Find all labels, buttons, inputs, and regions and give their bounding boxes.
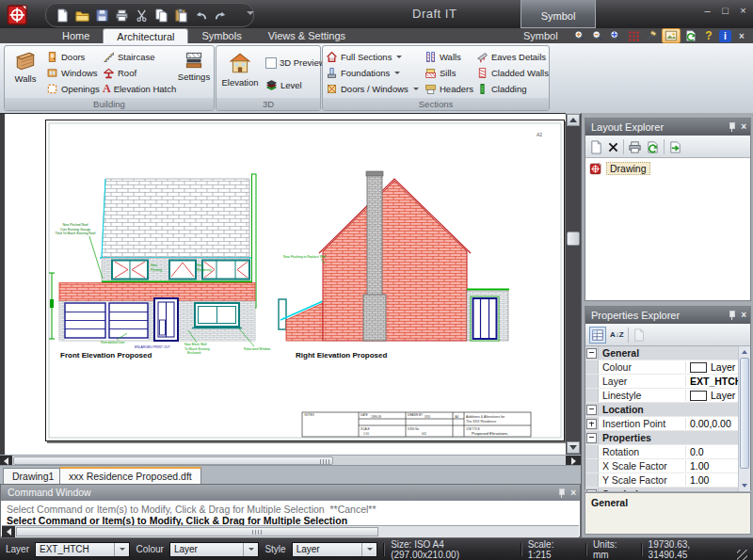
walls-section-button[interactable]: Walls xyxy=(425,50,461,64)
close-button[interactable]: × xyxy=(735,4,751,18)
new-layout-icon[interactable] xyxy=(589,138,603,155)
snap-icon[interactable] xyxy=(644,29,659,42)
undo-icon[interactable] xyxy=(192,7,209,24)
print-icon[interactable] xyxy=(113,7,130,24)
context-tab-symbol[interactable]: Symbol xyxy=(521,0,596,28)
cladding-button[interactable]: Cladding xyxy=(476,82,527,96)
layer-dropdown[interactable]: EXT_HTCH xyxy=(35,542,130,557)
pin-icon[interactable] xyxy=(728,311,736,321)
help-icon[interactable]: ? xyxy=(701,29,716,42)
resize-grip[interactable] xyxy=(737,550,747,560)
properties-explorer-panel: Properties Explorer × A↓Z General Colour… xyxy=(585,306,751,490)
command-window-titlebar[interactable]: Command Window × xyxy=(1,485,580,501)
close-icon[interactable]: × xyxy=(570,485,576,502)
property-row[interactable]: X Scale Factor1.00 xyxy=(585,459,750,473)
print-layout-icon[interactable] xyxy=(628,138,642,155)
close-icon[interactable]: × xyxy=(741,307,746,324)
app-logo-icon[interactable] xyxy=(6,2,30,30)
paste-icon[interactable] xyxy=(172,7,189,24)
close-ribbon-icon[interactable]: × xyxy=(734,29,749,42)
scroll-down-button[interactable] xyxy=(567,441,580,454)
regenerate-icon[interactable] xyxy=(683,29,698,42)
copy-icon[interactable] xyxy=(152,7,169,24)
pin-icon[interactable] xyxy=(728,122,736,133)
save-icon[interactable] xyxy=(93,7,110,24)
category-row[interactable]: Location xyxy=(585,403,750,417)
dropdown-icon xyxy=(367,548,373,551)
scroll-up-button[interactable] xyxy=(740,346,749,357)
category-row[interactable]: Symbol xyxy=(585,488,750,491)
right-elevation: New Flashing to Replace Wall Right Eleva… xyxy=(279,171,509,360)
staircase-button[interactable]: Staircase xyxy=(103,50,155,64)
property-row[interactable]: Y Scale Factor1.00 xyxy=(585,473,750,488)
roof-button[interactable]: Roof xyxy=(103,66,136,80)
minimize-button[interactable]: – xyxy=(699,4,715,18)
doc-tab-residence[interactable]: xxx Residence Proposed.dft xyxy=(59,467,201,485)
openings-button[interactable]: Openings xyxy=(46,82,100,96)
properties-explorer-titlebar[interactable]: Properties Explorer × xyxy=(585,307,750,324)
style-dropdown[interactable]: Layer xyxy=(292,542,378,557)
layout-explorer-titlebar[interactable]: Layout Explorer × xyxy=(585,119,750,136)
zoom-out-icon[interactable] xyxy=(590,29,605,42)
refresh-layout-icon[interactable] xyxy=(646,138,660,155)
category-row[interactable]: General xyxy=(585,346,750,360)
tab-symbols[interactable]: Symbols xyxy=(188,28,254,43)
scroll-left-button[interactable] xyxy=(2,526,15,537)
property-row[interactable]: ColourLayer xyxy=(585,360,750,375)
full-sections-button[interactable]: Full Sections xyxy=(326,50,402,64)
doors-windows-button[interactable]: Doors / Windows xyxy=(326,82,419,96)
scroll-down-button[interactable] xyxy=(740,480,749,490)
annotation: New Block Wall xyxy=(184,343,207,346)
maximize-button[interactable]: □ xyxy=(717,4,733,18)
doc-tab-drawing1[interactable]: Drawing1 xyxy=(3,468,63,485)
info-icon[interactable]: i xyxy=(719,30,731,42)
redo-icon[interactable] xyxy=(212,7,229,24)
category-row[interactable]: Properties xyxy=(585,431,750,445)
command-scrollbar[interactable] xyxy=(2,525,579,537)
new-document-icon[interactable] xyxy=(54,7,71,24)
walls-button[interactable]: Walls xyxy=(7,48,44,97)
sills-button[interactable]: Sills xyxy=(425,66,456,80)
doors-button[interactable]: Doors xyxy=(46,50,85,64)
drawing-canvas[interactable]: A2 xyxy=(0,113,566,456)
import-layout-icon[interactable] xyxy=(668,138,682,155)
property-row[interactable]: Rotation0.0 xyxy=(585,445,750,459)
layout-item-drawing[interactable]: Drawing xyxy=(585,159,750,178)
tab-views-settings[interactable]: Views & Settings xyxy=(255,28,359,43)
delete-layout-icon[interactable] xyxy=(607,138,619,155)
vertical-scrollbar[interactable] xyxy=(566,114,581,455)
tab-home[interactable]: Home xyxy=(49,28,103,43)
windows-button[interactable]: Windows xyxy=(46,66,98,80)
settings-button[interactable]: Settings xyxy=(176,48,212,97)
zoom-in-icon[interactable] xyxy=(572,29,587,42)
level-button[interactable]: Level xyxy=(265,78,302,92)
grid-icon[interactable] xyxy=(626,29,641,42)
colour-dropdown[interactable]: Layer xyxy=(169,542,259,557)
properties-scrollbar[interactable] xyxy=(738,346,750,491)
pin-icon[interactable] xyxy=(557,488,566,499)
dynamic-zoom-icon[interactable] xyxy=(608,29,623,42)
3d-preview-checkbox[interactable]: 3D Preview xyxy=(265,56,326,70)
elevation-hatch-button[interactable]: AElevation Hatch xyxy=(103,82,176,96)
command-scroll-thumb[interactable] xyxy=(16,527,378,536)
headers-button[interactable]: Headers xyxy=(425,82,473,96)
view-drawing-icon[interactable] xyxy=(662,28,681,43)
scroll-up-button[interactable] xyxy=(567,114,580,126)
property-row[interactable]: LinestyleLayer xyxy=(585,389,750,403)
properties-scroll-thumb[interactable] xyxy=(740,358,749,469)
foundations-button[interactable]: Foundations xyxy=(326,66,400,80)
eaves-details-button[interactable]: Eaves Details xyxy=(476,50,546,64)
property-row[interactable]: LayerEXT_HTCH xyxy=(585,375,750,389)
qat-customize-icon[interactable] xyxy=(247,11,254,15)
open-file-icon[interactable] xyxy=(73,7,90,24)
categorized-view-icon[interactable] xyxy=(589,327,606,344)
horizontal-scroll-thumb[interactable] xyxy=(13,456,333,465)
cladded-walls-button[interactable]: Cladded Walls xyxy=(476,66,549,80)
close-icon[interactable]: × xyxy=(741,119,746,136)
elevation-button[interactable]: Elevation xyxy=(218,48,262,97)
property-row[interactable]: Insertion Point0.00,0.00 xyxy=(585,417,750,431)
vertical-scroll-thumb[interactable] xyxy=(567,232,580,246)
sort-az-icon[interactable]: A↓Z xyxy=(610,330,624,339)
cut-icon[interactable] xyxy=(133,7,150,24)
tab-architectural[interactable]: Architectural xyxy=(103,28,188,43)
